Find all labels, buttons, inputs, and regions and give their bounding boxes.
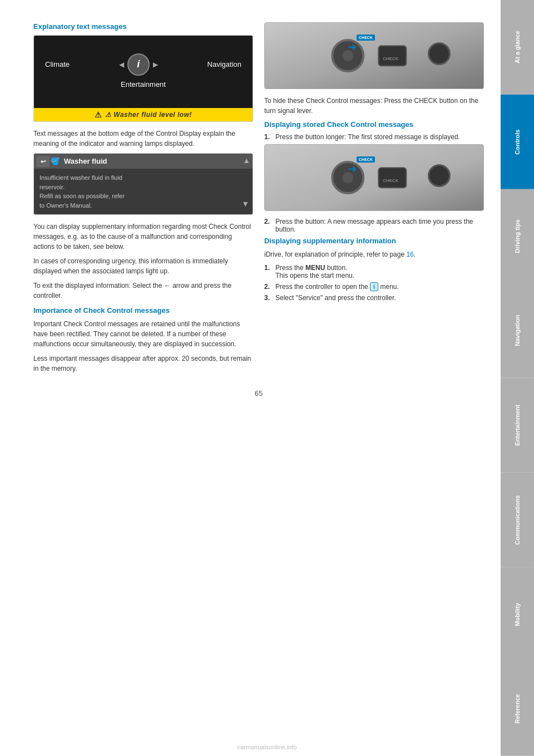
- right-sidebar: At a glance Controls Driving tips Naviga…: [501, 0, 534, 756]
- washer-line3: Refill as soon as possible, refer: [39, 193, 125, 199]
- warning-text: ⚠ Washer fluid level low!: [105, 111, 192, 119]
- explanatory-para3: In cases of corresponding urgency, this …: [33, 256, 253, 276]
- svg-text:CHECK: CHECK: [383, 178, 399, 183]
- sidebar-tab-at-glance[interactable]: At a glance: [501, 0, 534, 95]
- supp-item-1: 1. Press the MENU button.This opens the …: [264, 264, 484, 279]
- sidebar-tab-driving[interactable]: Driving tips: [501, 189, 534, 284]
- i-menu-icon: i: [370, 282, 378, 291]
- supp-item3-text: Select "Service" and press the controlle…: [275, 294, 396, 302]
- left-arrow-icon: ◀: [119, 61, 124, 68]
- supp-item-2: 2. Press the controller to open the i me…: [264, 283, 484, 291]
- main-content: Explanatory text messages Climate ◀ i ▶: [0, 0, 501, 756]
- sidebar-tab-navigation[interactable]: Navigation: [501, 283, 534, 378]
- car-img-svg2: CHECK: [265, 145, 483, 210]
- washer-icon: 🪣: [51, 157, 60, 165]
- back-arrow-icon: ↩: [36, 156, 50, 167]
- entertainment-label: Entertainment: [121, 80, 166, 89]
- svg-rect-0: [265, 23, 483, 89]
- sidebar-tab-reference[interactable]: Reference: [501, 661, 534, 756]
- arrow-overlay-icon: ➜: [348, 40, 357, 53]
- importance-para2: Less important messages disappear after …: [33, 354, 253, 374]
- up-arrow-icon: ▲: [243, 156, 250, 165]
- two-column-layout: Explanatory text messages Climate ◀ i ▶: [33, 22, 484, 378]
- check-label-overlay: CHECK: [357, 35, 375, 41]
- washer-line1: Insufficient washer fluid in fluid: [39, 174, 122, 181]
- svg-text:CHECK: CHECK: [383, 56, 399, 61]
- washer-title: Washer fluid: [64, 157, 107, 165]
- supp-item2-text: Press the controller to open the i menu.: [275, 283, 399, 291]
- stored-item-1: 1. Press the button longer: The first st…: [264, 133, 484, 141]
- menu-label: MENU: [305, 264, 325, 272]
- importance-para1: Important Check Control messages are ret…: [33, 319, 253, 349]
- sidebar-tab-entertainment[interactable]: Entertainment: [501, 378, 534, 473]
- explanatory-text-heading: Explanatory text messages: [33, 22, 253, 31]
- climate-nav-row: Climate ◀ i ▶ Navigation: [34, 53, 253, 76]
- explanatory-para2: You can display supplementary informatio…: [33, 222, 253, 252]
- hide-check-text: To hide these Check Control messages: Pr…: [264, 96, 484, 116]
- supplementary-heading: Displaying supplementary information: [264, 237, 484, 245]
- right-column: CHECK ➜: [264, 22, 484, 378]
- check-label-overlay-2: CHECK: [357, 156, 375, 163]
- supp-item1-text: Press the MENU button.This opens the sta…: [275, 264, 354, 279]
- page16-link[interactable]: 16: [406, 251, 413, 258]
- washer-body: Insufficient washer fluid in fluid reser…: [34, 169, 253, 214]
- supp-item2-num: 2.: [264, 283, 272, 291]
- sidebar-tab-communications[interactable]: Communications: [501, 473, 534, 567]
- washer-line4: to Owner's Manual.: [39, 202, 92, 209]
- scroll-down-icon: ▼: [241, 198, 249, 210]
- entertainment-row: Entertainment: [121, 80, 166, 91]
- stored-item2-num: 2.: [264, 218, 272, 233]
- supp-item3-num: 3.: [264, 294, 272, 302]
- warning-triangle-icon: ⚠: [95, 110, 102, 119]
- arrow-overlay-icon-2: ➜: [348, 162, 357, 175]
- supp-item-3: 3. Select "Service" and press the contro…: [264, 294, 484, 302]
- page-container: Explanatory text messages Climate ◀ i ▶: [0, 0, 534, 756]
- washer-info-box: ↩ 🪣 Washer fluid ▲ Insufficient washer f…: [33, 153, 253, 215]
- sidebar-tab-mobility[interactable]: Mobility: [501, 567, 534, 662]
- supplementary-intro: iDrive, for explanation of principle, re…: [264, 249, 484, 259]
- stored-item2-text: Press the button: A new message appears …: [275, 218, 484, 233]
- nav-arrows: ◀ i ▶: [119, 53, 158, 76]
- left-column: Explanatory text messages Climate ◀ i ▶: [33, 22, 253, 378]
- explanatory-para4: To exit the displayed information: Selec…: [33, 281, 253, 301]
- explanatory-para1: Text messages at the bottom edge of the …: [33, 129, 253, 149]
- stored-check-heading: Displaying stored Check Control messages: [264, 120, 484, 129]
- stored-item1-text: Press the button longer: The first store…: [275, 133, 460, 141]
- importance-heading: Importance of Check Control messages: [33, 306, 253, 315]
- svg-rect-5: [265, 145, 483, 210]
- climate-label: Climate: [45, 60, 70, 68]
- sidebar-tab-controls[interactable]: Controls: [501, 95, 534, 189]
- supp-item1-sub: This opens the start menu.: [275, 272, 354, 279]
- stored-item1-num: 1.: [264, 133, 272, 141]
- center-circle-icon: i: [127, 53, 150, 76]
- info-icon: i: [137, 58, 140, 70]
- car-button-image-1: CHECK ➜: [264, 22, 484, 89]
- navigation-label: Navigation: [207, 60, 241, 68]
- watermark: carmanualsonline.info: [237, 744, 296, 750]
- page-number: 65: [33, 389, 484, 397]
- washer-line2: reservoir.: [39, 184, 65, 190]
- car-img-svg1: CHECK: [265, 23, 483, 89]
- stored-item-2: 2. Press the button: A new message appea…: [264, 218, 484, 233]
- climate-nav-display-box: Climate ◀ i ▶ Navigation Enterta: [33, 35, 253, 122]
- warning-bar: ⚠ ⚠ Washer fluid level low!: [34, 108, 253, 121]
- car-button-image-2: CHECK ➜: [264, 144, 484, 211]
- washer-header: ↩ 🪣 Washer fluid ▲: [34, 154, 253, 169]
- climate-nav-screen: Climate ◀ i ▶ Navigation Enterta: [34, 36, 253, 108]
- supp-item1-num: 1.: [264, 264, 272, 279]
- right-arrow-icon: ▶: [153, 61, 158, 68]
